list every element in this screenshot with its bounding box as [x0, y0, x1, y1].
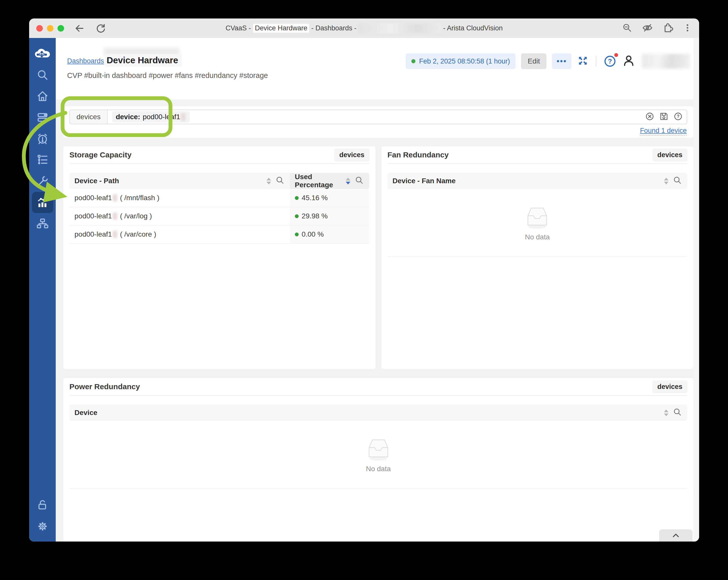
title-find-highlight: Device Hardware [253, 24, 309, 33]
status-dot [295, 196, 298, 200]
svg-text:?: ? [677, 114, 680, 119]
panel-title: Storage Capacity [70, 150, 131, 159]
used-percentage-cell: 45.16 % [290, 189, 369, 207]
cloudvision-logo [32, 43, 53, 64]
sidebar-item-provisioning[interactable] [32, 149, 53, 171]
column-header-device[interactable]: Device [70, 405, 687, 421]
sidebar-item-settings[interactable] [32, 516, 53, 537]
storage-table-row[interactable]: pod00-leaf1 ( /var/core )0.00 % [70, 225, 369, 244]
redacted-device-suffix [113, 194, 117, 201]
dashboard-body: devices device: pod00-leaf1 [56, 100, 699, 542]
redacted-title-text [358, 24, 442, 33]
dashboard-tags: CVP #built-in dashboard #power #fans #re… [67, 72, 268, 80]
sidebar-item-actions[interactable] [32, 171, 53, 192]
svg-text:?: ? [608, 57, 612, 65]
sidebar-item-unlock[interactable] [32, 495, 53, 516]
status-dot [295, 232, 298, 236]
filter-input[interactable]: devices device: pod00-leaf1 [70, 110, 687, 124]
sidebar-item-dashboards[interactable] [32, 192, 53, 213]
sidebar-item-devices[interactable] [32, 107, 53, 128]
zoom-window-button[interactable] [57, 25, 64, 32]
app-sidebar [29, 38, 56, 542]
status-dot [295, 214, 298, 218]
storage-capacity-panel: Storage Capacity devices Device - Path [63, 146, 375, 369]
filter-help-icon[interactable]: ? [673, 111, 683, 122]
column-header-used-percentage[interactable]: Used Percentage [290, 173, 369, 189]
storage-table-row[interactable]: pod00-leaf1 ( /var/log )29.98 % [70, 207, 369, 225]
sidebar-item-topology[interactable] [32, 213, 53, 234]
help-icon[interactable]: ? [603, 55, 617, 68]
used-percentage-cell: 29.98 % [290, 207, 369, 225]
browser-menu-icon[interactable] [682, 23, 693, 34]
notification-dot [614, 53, 618, 57]
sort-icon[interactable] [266, 177, 271, 185]
close-window-button[interactable] [36, 25, 43, 32]
save-filter-icon[interactable] [659, 111, 669, 122]
column-search-icon[interactable] [673, 175, 682, 187]
panel-title: Fan Redundancy [388, 150, 449, 159]
filter-card: devices device: pod00-leaf1 [63, 106, 693, 138]
traffic-lights [36, 25, 64, 32]
sort-icon[interactable] [664, 410, 669, 416]
breadcrumb[interactable]: Dashboards [67, 57, 104, 65]
browser-window: CVaaS - Device Hardware - Dashboards - -… [29, 19, 699, 542]
user-account-icon[interactable] [622, 54, 635, 68]
used-percentage-cell: 0.00 % [290, 225, 369, 243]
redacted-device-suffix [181, 113, 185, 120]
refresh-icon[interactable] [95, 23, 107, 34]
fullscreen-icon[interactable] [577, 55, 589, 67]
device-path-cell: pod00-leaf1 ( /mnt/flash ) [70, 189, 290, 207]
main-content: Dashboards Device Hardware CVP #built-in… [56, 38, 699, 542]
edit-button[interactable]: Edit [521, 53, 546, 69]
found-devices-link[interactable]: Found 1 device [640, 127, 687, 136]
eye-off-icon[interactable] [641, 22, 653, 35]
sort-icon[interactable] [664, 177, 669, 185]
zoom-out-page-icon[interactable] [622, 22, 633, 34]
divider [596, 56, 596, 67]
window-title: CVaaS - Device Hardware - Dashboards - -… [226, 24, 503, 33]
redacted-device-suffix [113, 231, 117, 238]
clear-filter-icon[interactable] [645, 111, 655, 122]
column-search-icon[interactable] [354, 175, 364, 187]
empty-inbox-icon [522, 204, 552, 229]
empty-state: No data [388, 189, 687, 257]
sidebar-item-search[interactable] [32, 64, 53, 86]
live-status-dot [411, 59, 415, 63]
sort-icon-active[interactable] [346, 177, 350, 185]
extensions-puzzle-icon[interactable] [662, 22, 674, 35]
power-redundancy-panel: Power Redundancy devices Device [63, 378, 693, 542]
filter-scope-label: devices [70, 110, 108, 124]
dashboard-header: Dashboards Device Hardware CVP #built-in… [56, 38, 699, 100]
column-header-device-fan-name[interactable]: Device - Fan Name [388, 173, 687, 189]
page-title: Device Hardware [105, 54, 182, 67]
filter-query-chip[interactable]: device: pod00-leaf1 [112, 111, 190, 122]
column-header-device-path[interactable]: Device - Path [70, 173, 290, 189]
storage-table-row[interactable]: pod00-leaf1 ( /mnt/flash )45.16 % [70, 189, 369, 207]
sidebar-item-home[interactable] [32, 86, 53, 107]
time-range-picker[interactable]: Feb 2, 2025 08:50:58 (1 hour) [406, 53, 516, 69]
redacted-device-suffix [113, 213, 117, 220]
storage-table-body: pod00-leaf1 ( /mnt/flash )45.16 %pod00-l… [70, 189, 369, 244]
sidebar-item-events[interactable] [32, 128, 53, 149]
back-icon[interactable] [74, 23, 85, 34]
device-path-cell: pod00-leaf1 ( /var/core ) [70, 225, 290, 243]
empty-inbox-icon [363, 436, 394, 461]
column-search-icon[interactable] [673, 407, 682, 418]
fan-redundancy-panel: Fan Redundancy devices Device - Fan Name [382, 146, 694, 369]
column-search-icon[interactable] [275, 175, 285, 187]
devices-badge[interactable]: devices [652, 149, 687, 161]
redacted-username [642, 54, 690, 68]
scrollbar-track[interactable] [694, 38, 699, 542]
panel-title: Power Redundancy [70, 382, 140, 391]
empty-state: No data [70, 421, 687, 489]
device-path-cell: pod00-leaf1 ( /var/log ) [70, 207, 290, 225]
more-actions-button[interactable]: ••• [552, 53, 571, 69]
browser-titlebar: CVaaS - Device Hardware - Dashboards - -… [29, 19, 699, 38]
devices-badge[interactable]: devices [334, 149, 369, 161]
devices-badge[interactable]: devices [652, 381, 687, 393]
minimize-window-button[interactable] [47, 25, 53, 32]
scroll-to-top-button[interactable] [659, 529, 693, 542]
